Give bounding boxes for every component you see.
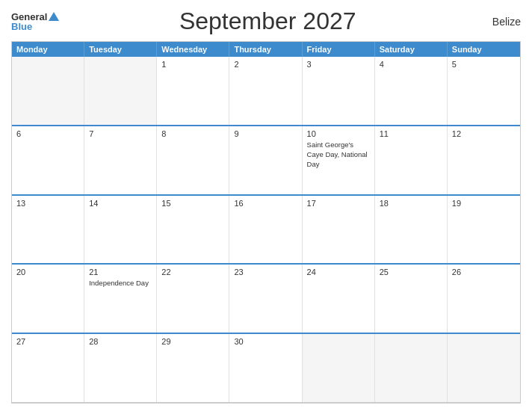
calendar-cell: 18 xyxy=(375,196,448,264)
logo: General Blue xyxy=(11,12,59,31)
day-number: 14 xyxy=(89,199,152,208)
calendar-body: 12345678910Saint George's Caye Day, Nati… xyxy=(12,57,520,403)
calendar-cell: 25 xyxy=(375,265,448,333)
day-number: 21 xyxy=(89,268,152,276)
calendar-cell: 16 xyxy=(229,196,302,264)
calendar-cell: 29 xyxy=(157,334,229,402)
calendar-cell: 12 xyxy=(448,126,520,194)
day-number: 10 xyxy=(307,129,370,138)
logo-blue-text: Blue xyxy=(11,22,32,31)
day-number: 23 xyxy=(234,268,297,276)
calendar-cell xyxy=(12,57,84,125)
header: General Blue September 2027 Belize xyxy=(11,7,521,35)
calendar-week-3: 13141516171819 xyxy=(12,196,520,265)
header-tuesday: Tuesday xyxy=(84,42,157,57)
day-number: 12 xyxy=(452,129,516,138)
calendar-page: General Blue September 2027 Belize Monda… xyxy=(0,0,532,411)
header-saturday: Saturday xyxy=(375,42,448,57)
calendar-cell: 11 xyxy=(375,126,448,194)
day-number: 1 xyxy=(161,60,224,69)
day-number: 8 xyxy=(161,129,224,138)
day-number: 11 xyxy=(380,129,442,138)
calendar-grid: Monday Tuesday Wednesday Thursday Friday… xyxy=(11,41,521,404)
header-thursday: Thursday xyxy=(229,42,302,57)
calendar-title: September 2027 xyxy=(59,7,476,35)
calendar-cell: 17 xyxy=(303,196,375,264)
day-number: 27 xyxy=(16,337,79,346)
calendar-cell: 13 xyxy=(12,196,84,264)
calendar-cell: 14 xyxy=(84,196,157,264)
logo-triangle-icon xyxy=(49,12,59,21)
calendar-cell: 5 xyxy=(448,57,520,125)
calendar-cell: 21Independence Day xyxy=(84,265,157,333)
day-number: 22 xyxy=(161,268,224,276)
calendar-week-5: 27282930 xyxy=(12,334,520,403)
country-label: Belize xyxy=(476,16,521,28)
logo-general-text: General xyxy=(11,12,47,22)
calendar-cell: 9 xyxy=(229,126,302,194)
header-sunday: Sunday xyxy=(448,42,520,57)
calendar-cell: 8 xyxy=(157,126,229,194)
calendar-cell: 20 xyxy=(12,265,84,333)
calendar-cell: 24 xyxy=(303,265,375,333)
header-wednesday: Wednesday xyxy=(157,42,229,57)
day-number: 25 xyxy=(380,268,442,276)
calendar-cell: 23 xyxy=(229,265,302,333)
day-number: 17 xyxy=(307,199,370,208)
calendar-cell xyxy=(84,57,157,125)
calendar-week-4: 2021Independence Day2223242526 xyxy=(12,265,520,334)
header-friday: Friday xyxy=(303,42,375,57)
header-monday: Monday xyxy=(12,42,84,57)
day-number: 18 xyxy=(380,199,442,208)
calendar-cell: 10Saint George's Caye Day, National Day xyxy=(303,126,375,194)
event-label: Independence Day xyxy=(89,279,149,287)
day-number: 19 xyxy=(452,199,516,208)
day-number: 9 xyxy=(234,129,297,138)
day-number: 30 xyxy=(234,337,297,346)
calendar-header-row: Monday Tuesday Wednesday Thursday Friday… xyxy=(12,42,520,57)
calendar-week-1: 12345 xyxy=(12,57,520,126)
day-number: 28 xyxy=(89,337,152,346)
day-number: 24 xyxy=(307,268,370,276)
day-number: 29 xyxy=(161,337,224,346)
calendar-cell: 7 xyxy=(84,126,157,194)
calendar-cell: 3 xyxy=(303,57,375,125)
day-number: 4 xyxy=(380,60,442,69)
day-number: 2 xyxy=(234,60,297,69)
day-number: 20 xyxy=(16,268,79,276)
day-number: 7 xyxy=(89,129,152,138)
calendar-cell: 1 xyxy=(157,57,229,125)
calendar-cell: 2 xyxy=(229,57,302,125)
calendar-cell: 4 xyxy=(375,57,448,125)
calendar-cell xyxy=(303,334,375,402)
day-number: 13 xyxy=(16,199,79,208)
calendar-cell: 30 xyxy=(229,334,302,402)
day-number: 5 xyxy=(452,60,516,69)
calendar-cell: 26 xyxy=(448,265,520,333)
calendar-cell: 6 xyxy=(12,126,84,194)
calendar-cell: 27 xyxy=(12,334,84,402)
calendar-cell xyxy=(375,334,448,402)
event-label: Saint George's Caye Day, National Day xyxy=(307,140,368,169)
calendar-cell: 15 xyxy=(157,196,229,264)
calendar-cell xyxy=(448,334,520,402)
day-number: 15 xyxy=(161,199,224,208)
calendar-cell: 19 xyxy=(448,196,520,264)
calendar-cell: 22 xyxy=(157,265,229,333)
day-number: 3 xyxy=(307,60,370,69)
day-number: 6 xyxy=(16,129,79,138)
day-number: 26 xyxy=(452,268,516,276)
day-number: 16 xyxy=(234,199,297,208)
calendar-cell: 28 xyxy=(84,334,157,402)
calendar-week-2: 678910Saint George's Caye Day, National … xyxy=(12,126,520,196)
